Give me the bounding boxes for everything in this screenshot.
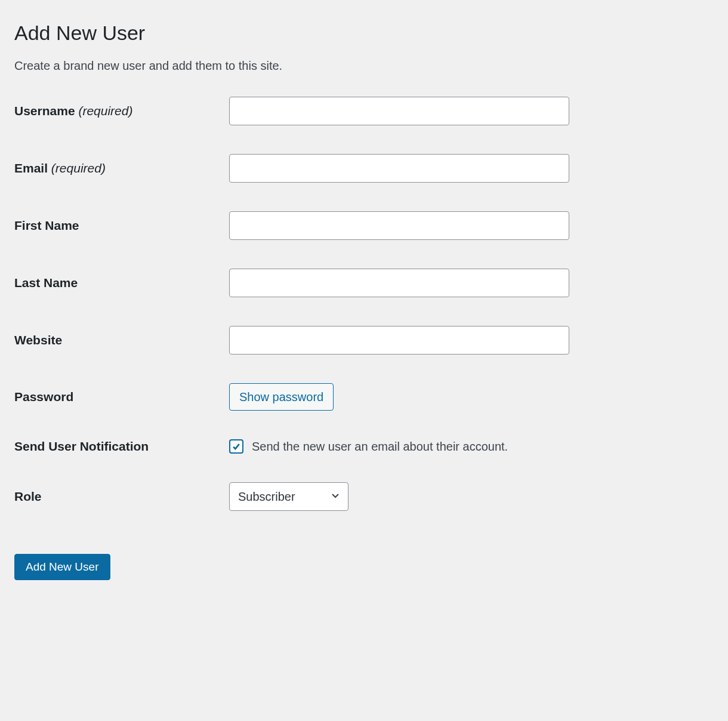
first-name-label: First Name <box>14 218 79 232</box>
required-indicator: (required) <box>75 104 133 118</box>
email-row: Email (required) <box>14 154 714 183</box>
page-description: Create a brand new user and add them to … <box>14 59 714 73</box>
add-user-form: Username (required) Email (required) Fir… <box>14 97 714 511</box>
notification-label: Send User Notification <box>14 439 149 453</box>
last-name-row: Last Name <box>14 269 714 297</box>
required-indicator: (required) <box>48 161 106 175</box>
last-name-label: Last Name <box>14 276 78 289</box>
add-new-user-button[interactable]: Add New User <box>14 554 110 580</box>
first-name-input[interactable] <box>229 211 569 240</box>
role-label: Role <box>14 489 42 503</box>
password-row: Password Show password <box>14 383 714 411</box>
check-icon <box>232 442 241 451</box>
website-row: Website <box>14 326 714 355</box>
website-input[interactable] <box>229 326 569 355</box>
username-input[interactable] <box>229 97 569 125</box>
role-row: Role Subscriber <box>14 482 714 511</box>
username-row: Username (required) <box>14 97 714 125</box>
email-label: Email (required) <box>14 161 106 175</box>
last-name-input[interactable] <box>229 269 569 297</box>
notification-row: Send User Notification Send the new user… <box>14 439 714 454</box>
email-input[interactable] <box>229 154 569 183</box>
first-name-row: First Name <box>14 211 714 240</box>
notification-checkbox-label: Send the new user an email about their a… <box>252 440 508 454</box>
page-title: Add New User <box>14 21 714 45</box>
role-selected-value: Subscriber <box>238 490 295 504</box>
notification-checkbox[interactable] <box>229 439 243 454</box>
role-select[interactable]: Subscriber <box>229 482 348 511</box>
show-password-button[interactable]: Show password <box>229 383 334 411</box>
website-label: Website <box>14 333 62 347</box>
password-label: Password <box>14 390 73 403</box>
username-label: Username (required) <box>14 104 132 118</box>
